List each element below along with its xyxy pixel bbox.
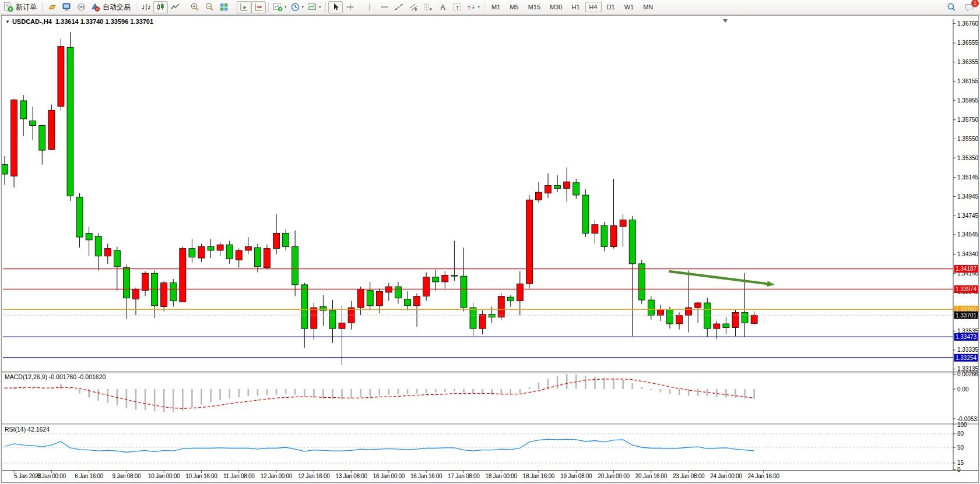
toolbar-separator — [484, 2, 484, 12]
toolbar-cursor-button[interactable] — [328, 1, 343, 13]
rsi-axis-label: 80 — [957, 430, 964, 437]
candle-body — [620, 220, 626, 227]
chevron-down-icon: ▾ — [478, 5, 480, 9]
rsi-indicator-label: RSI(14) 42.1624 — [5, 426, 50, 433]
toolbar-search-button[interactable] — [944, 1, 958, 13]
tile-windows-icon — [219, 2, 229, 12]
candle-body — [695, 303, 701, 308]
timeframe-h4-button[interactable]: H4 — [585, 2, 602, 12]
timeframe-w1-button[interactable]: W1 — [620, 2, 638, 12]
rsi-axis-label: 15 — [957, 460, 964, 466]
toolbar-indicators-button[interactable]: ▾ — [271, 1, 289, 13]
candle-body — [114, 250, 120, 267]
toolbar-trendline-button[interactable] — [392, 1, 406, 13]
broadcast-icon — [76, 2, 86, 12]
rsi-line — [5, 439, 754, 452]
candle-body — [657, 309, 663, 315]
periods-icon — [290, 2, 300, 12]
price-tick-label: 1.34945 — [957, 193, 978, 200]
candle-body — [189, 249, 195, 257]
candle-body — [152, 273, 158, 306]
timeframe-m15-button[interactable]: M15 — [524, 2, 545, 12]
toolbar-chart-line-button[interactable] — [168, 1, 182, 13]
chart-bars-icon — [141, 2, 151, 12]
toolbar-crosshair-button[interactable] — [343, 1, 357, 13]
toolbar-horizontal-line-button[interactable] — [377, 1, 392, 13]
price-tick-label: 1.35550 — [957, 136, 978, 142]
toolbar-separator — [136, 2, 136, 12]
candle-body — [236, 250, 242, 260]
candle-body — [489, 315, 495, 317]
toolbar-notifications-button[interactable]: 1 — [962, 1, 977, 13]
chart-shift-marker[interactable] — [723, 19, 728, 23]
toolbar-new-order-button[interactable]: 新订单 — [2, 1, 40, 13]
toolbar-periods-button[interactable]: ▾ — [289, 1, 306, 13]
candle-body — [648, 300, 654, 315]
timeframe-mn-button[interactable]: MN — [639, 2, 657, 12]
timeframe-h1-button[interactable]: H1 — [567, 2, 584, 12]
toolbar-separator — [185, 2, 185, 12]
toolbar-gold-ingot-button[interactable] — [45, 1, 59, 13]
toolbar-text-label-button[interactable]: T — [450, 1, 465, 13]
candle-body — [479, 315, 486, 329]
candle-body — [245, 246, 251, 250]
candle-body — [180, 249, 186, 302]
chart-window[interactable]: 1.367601.365551.363551.361551.359551.357… — [1, 15, 979, 483]
timeframe-m30-button[interactable]: M30 — [546, 2, 566, 12]
toolbar-separator — [360, 2, 360, 12]
toolbar-broadcast-button[interactable] — [74, 1, 89, 13]
candle-body — [20, 101, 27, 119]
trend-arrow-head — [767, 281, 775, 287]
toolbar-auto-scroll-button[interactable] — [237, 1, 251, 13]
candle-body — [545, 186, 552, 193]
chart-title-ohlc: 1.33614 1.33740 1.33596 1.33701 — [55, 18, 153, 25]
toolbar-remote-monitor-button[interactable] — [59, 1, 74, 13]
toolbar-templates-button[interactable]: ▾ — [305, 1, 323, 13]
text-label-icon: T — [452, 2, 462, 12]
toolbar-vertical-line-button[interactable] — [363, 1, 377, 13]
toolbar-tile-windows-button[interactable] — [217, 1, 231, 13]
candle-body — [564, 182, 570, 188]
auto-scroll-icon — [239, 2, 249, 12]
vertical-line-icon — [365, 2, 375, 12]
toolbar-chart-candles-button[interactable] — [153, 1, 168, 13]
price-badge-label: 1.33254 — [956, 355, 977, 361]
timeframe-m5-button[interactable]: M5 — [505, 2, 522, 12]
price-tick-label: 1.34340 — [957, 251, 978, 257]
pane-splitter-rsi[interactable] — [2, 423, 978, 425]
toolbar-text-button[interactable]: A — [435, 1, 450, 13]
cursor-icon — [331, 2, 340, 12]
candle-body — [638, 264, 645, 300]
candle-body — [367, 291, 373, 306]
price-badge-label: 1.33473 — [956, 334, 977, 340]
toolbar-fibonacci-button[interactable]: F — [421, 1, 435, 13]
time-label: 12 Jan 00:00 — [261, 473, 293, 479]
rsi-axis-label: 100 — [957, 422, 967, 428]
chart-canvas[interactable]: 1.367601.365551.363551.361551.359551.357… — [2, 16, 978, 482]
candle-body — [498, 296, 504, 317]
toolbar-zoom-in-button[interactable] — [188, 1, 202, 13]
timeframe-d1-button[interactable]: D1 — [603, 2, 619, 12]
candle-body — [254, 248, 261, 267]
toolbar-zoom-out-button[interactable] — [202, 1, 217, 13]
toolbar-autotrading-button[interactable]: 自动交易 — [89, 1, 134, 13]
candle-body — [311, 308, 317, 328]
search-icon — [946, 2, 957, 12]
zoom-out-icon — [205, 2, 215, 12]
candle-body — [385, 287, 392, 292]
collapse-triangle-icon[interactable]: ▼ — [5, 19, 10, 24]
time-label: 16 Jan 16:00 — [410, 473, 442, 479]
toolbar-chart-shift-button[interactable] — [251, 1, 266, 13]
toolbar-chart-bars-button[interactable] — [139, 1, 153, 13]
candle-body — [414, 296, 420, 306]
trend-arrow-line[interactable] — [669, 271, 767, 284]
pane-splitter-macd[interactable] — [2, 372, 978, 373]
candle-body — [67, 47, 73, 196]
indicators-icon — [273, 2, 283, 12]
candle-body — [301, 285, 308, 328]
time-label: 23 Jan 08:00 — [673, 473, 705, 479]
toolbar-equidistant-channel-button[interactable]: E — [406, 1, 421, 13]
candle-body — [723, 324, 729, 328]
toolbar-arrows-button[interactable]: ▾ — [465, 1, 482, 13]
timeframe-m1-button[interactable]: M1 — [487, 2, 504, 12]
